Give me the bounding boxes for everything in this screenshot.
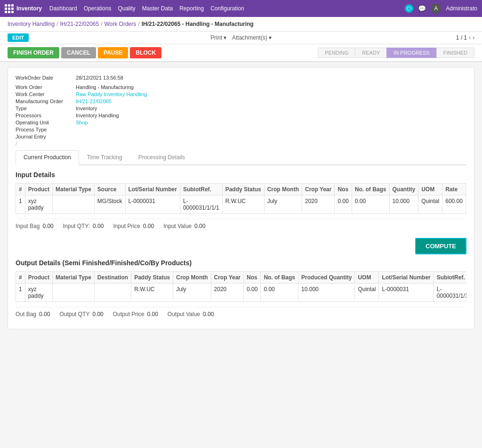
top-navigation: Inventory Dashboard Operations Quality M…	[0, 0, 482, 17]
breadcrumb-inventory[interactable]: Inventory Handling	[8, 21, 55, 27]
compute-button[interactable]: COMPUTE	[415, 238, 466, 254]
out-col-sublot-ref: SubiotRef.	[434, 272, 466, 284]
output-table: # Product Material Type Destination Padd…	[16, 271, 466, 302]
field-mfg-order: Manufacturing Order IH/21-22/02065	[16, 98, 466, 104]
out-cell-crop-year: 2020	[211, 284, 243, 302]
tab-processing-details[interactable]: Processing Details	[130, 150, 193, 164]
nav-master-data[interactable]: Master Data	[142, 5, 173, 12]
field-journal-entry: Journal Entry	[16, 134, 466, 139]
nav-quality[interactable]: Quality	[118, 5, 135, 12]
out-col-uom: UOM	[355, 272, 379, 284]
col-sublot-ref: SubiotRef.	[180, 184, 222, 195]
input-table-header: # Product Material Type Source Lot/Seria…	[16, 184, 467, 195]
out-cell-sublot-ref: L-0000031/1/1/1	[434, 284, 466, 302]
out-cell-nos: 0.00	[244, 284, 261, 302]
footer-input-qty: Input QTY: 0.00	[63, 223, 104, 229]
cell-quantity: 10.000	[389, 195, 418, 214]
finish-order-button[interactable]: FINISH ORDER	[8, 47, 59, 58]
out-col-produced-qty: Produced Quantity	[298, 272, 355, 284]
notification-badge[interactable]: C¹	[405, 4, 413, 13]
breadcrumb-work-orders[interactable]: Work Orders	[104, 21, 136, 27]
col-rate: Rate	[442, 184, 466, 195]
nav-reporting[interactable]: Reporting	[179, 5, 204, 12]
cell-sublot-ref: L-0000031/1/1/1	[180, 195, 222, 214]
col-crop-month: Crop Month	[264, 184, 302, 195]
pause-button[interactable]: PAUSE	[98, 47, 128, 58]
print-button[interactable]: Print ▾	[210, 34, 226, 41]
step-finished: FINISHED	[436, 48, 474, 58]
input-footer: Input Bag 0.00 Input QTY: 0.00 Input Pri…	[16, 219, 466, 233]
out-col-destination: Destination	[94, 272, 131, 284]
field-work-order: Work Order Handling - Manufacturing	[16, 84, 466, 90]
field-date: WorkOrder Date 28/12/2021 13:56:58	[16, 75, 241, 81]
tab-current-production[interactable]: Current Production	[16, 150, 79, 165]
next-page-button[interactable]: ›	[473, 34, 474, 41]
input-section-title: Input Details	[16, 171, 466, 179]
out-col-paddy-status: Paddy Status	[131, 272, 173, 284]
nav-dashboard[interactable]: Dashboard	[49, 5, 77, 12]
user-name[interactable]: Administrato	[446, 5, 477, 12]
nav-operations[interactable]: Operations	[84, 5, 112, 12]
attach-chevron-icon: ▾	[269, 34, 272, 41]
footer-input-price: Input Price 0.00	[113, 223, 154, 229]
out-cell-produced-qty: 10.000	[298, 284, 355, 302]
out-col-no-bags: No. of Bags	[261, 272, 298, 284]
footer-output-price: Output Price 0.00	[113, 311, 158, 318]
out-col-nos: Nos	[244, 272, 261, 284]
print-chevron-icon: ▾	[224, 34, 226, 41]
toolbar: EDIT Print ▾ Attachment(s) ▾ 1 / 1 ‹ ›	[0, 32, 482, 44]
input-table-wrapper: # Product Material Type Source Lot/Seria…	[16, 183, 466, 214]
nav-links: Dashboard Operations Quality Master Data…	[49, 5, 244, 12]
grid-icon	[5, 4, 14, 13]
footer-input-value: Input Value 0.00	[163, 223, 205, 229]
status-buttons: FINISH ORDER CANCEL PAUSE BLOCK	[8, 47, 161, 58]
toolbar-center: Print ▾ Attachment(s) ▾	[210, 34, 271, 41]
input-table-row: 1 xyz paddy MG/Stock L-0000031 L-0000031…	[16, 195, 467, 214]
out-cell-no-bags: 0.00	[261, 284, 298, 302]
status-steps: PENDING READY IN PROGRESS FINISHED	[318, 48, 474, 58]
cancel-button[interactable]: CANCEL	[61, 47, 96, 58]
block-button[interactable]: BLOCK	[130, 47, 161, 58]
breadcrumb-current: IH/21-22/02065 - Handling - Manufacturin…	[142, 21, 254, 27]
compute-area: COMPUTE	[16, 233, 466, 259]
out-col-crop-year: Crop Year	[211, 272, 243, 284]
tab-bar: Current Production Time Tracking Process…	[16, 150, 466, 165]
chat-icon[interactable]: 💬	[418, 5, 426, 12]
footer-output-qty: Output QTY 0.00	[59, 311, 103, 318]
user-avatar[interactable]: A	[431, 3, 441, 14]
cell-num: 1	[16, 195, 25, 214]
col-crop-year: Crop Year	[302, 184, 334, 195]
out-cell-uom: Quintal	[355, 284, 379, 302]
cell-source: MG/Stock	[94, 195, 125, 214]
out-col-crop-month: Crop Month	[173, 272, 211, 284]
app-logo[interactable]: Inventory	[5, 4, 42, 13]
out-col-num: #	[16, 272, 25, 284]
app-name: Inventory	[16, 5, 42, 12]
breadcrumb-ih[interactable]: IH/21-22/02065	[60, 21, 99, 27]
nav-configuration[interactable]: Configuration	[210, 5, 244, 12]
field-process-type: Process Type	[16, 127, 466, 132]
cell-rate: 600.00	[442, 195, 466, 214]
slash: /	[16, 141, 466, 147]
step-ready: READY	[355, 48, 386, 58]
cell-nos: 0.00	[335, 195, 352, 214]
col-material-type: Material Type	[53, 184, 95, 195]
cell-crop-year: 2020	[302, 195, 334, 214]
output-footer: Out Bag 0.00 Output QTY 0.00 Output Pric…	[16, 307, 466, 321]
footer-output-value: Output Value 0.00	[168, 311, 214, 318]
field-type: Type Inventory	[16, 106, 466, 111]
col-lot-serial: Lot/Serial Number	[125, 184, 180, 195]
cell-material-type	[53, 195, 95, 214]
edit-button[interactable]: EDIT	[8, 33, 29, 42]
cell-value: 6,000.00	[466, 195, 466, 214]
output-table-wrapper: # Product Material Type Destination Padd…	[16, 271, 466, 302]
output-table-row: 1 xyz paddy R.W.UC July 2020 0.00 0.00 1…	[16, 284, 467, 302]
col-quantity: Quantity	[389, 184, 418, 195]
tab-time-tracking[interactable]: Time Tracking	[79, 150, 130, 164]
out-cell-material-type	[53, 284, 95, 302]
status-bar: FINISH ORDER CANCEL PAUSE BLOCK PENDING …	[0, 44, 482, 62]
attachment-button[interactable]: Attachment(s) ▾	[232, 34, 272, 41]
prev-page-button[interactable]: ‹	[469, 34, 471, 41]
col-num: #	[16, 184, 25, 195]
col-uom: UOM	[418, 184, 442, 195]
